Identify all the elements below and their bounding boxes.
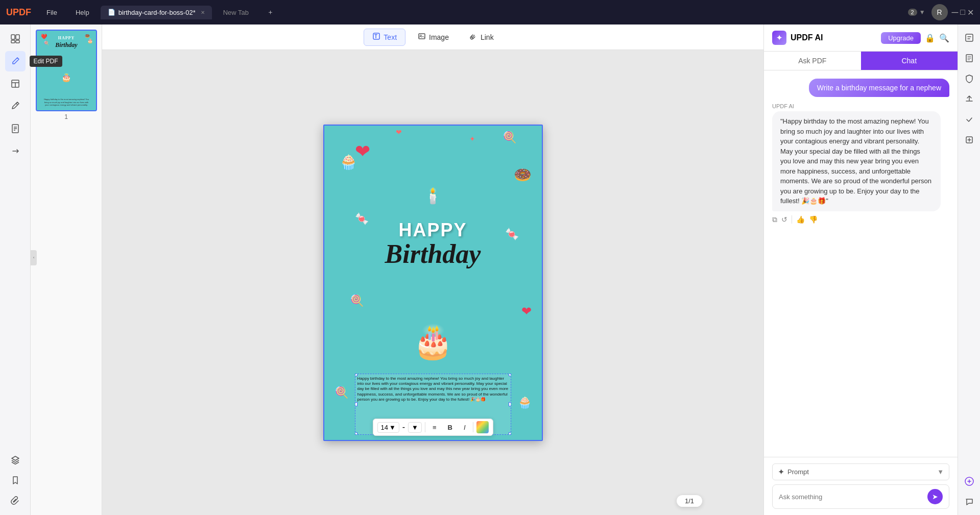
close-btn[interactable]: ✕ — [967, 8, 974, 17]
sidebar-item-edit[interactable]: Edit PDF — [5, 51, 26, 71]
align-btn[interactable]: ≡ — [428, 422, 441, 433]
deco-candle: 🕯️ — [423, 187, 442, 205]
thumbs-down-btn[interactable]: 👎 — [809, 215, 818, 224]
file-menu-btn[interactable]: File — [39, 7, 64, 18]
tab-name: birthday-card-for-boss-02* — [118, 9, 196, 16]
right-edge-secure[interactable] — [960, 69, 978, 88]
chat-area[interactable]: Write a birthday message for a nephew UP… — [764, 70, 958, 457]
font-size-select[interactable]: 14 ▼ — [377, 422, 399, 433]
page-counter: 1/1 — [677, 495, 702, 507]
font-size-dropdown-icon: ▼ — [389, 424, 396, 431]
user-avatar[interactable]: R — [931, 4, 948, 20]
sidebar-item-layout[interactable] — [5, 73, 26, 94]
link-tool-btn[interactable]: Link — [461, 29, 502, 45]
italic-btn[interactable]: I — [460, 422, 470, 433]
thumbnail-panel: ❤️ 🍩 🍭 🎂 HAPPY Birthday 🎂 Happy birthday… — [31, 24, 102, 515]
prompt-label: Prompt — [787, 468, 809, 476]
right-edge-more[interactable] — [960, 131, 978, 149]
sidebar-item-annotate[interactable] — [5, 96, 26, 116]
svg-rect-1 — [16, 35, 19, 39]
thumbnail-page-num: 1 — [36, 113, 97, 120]
help-menu-btn[interactable]: Help — [68, 7, 97, 18]
sidebar-collapse-arrow[interactable]: ‹ — [31, 250, 37, 265]
active-tab[interactable]: 📄 birthday-card-for-boss-02* ✕ — [101, 6, 212, 19]
deco-candy-right: 🍬 — [505, 228, 519, 241]
bold-btn[interactable]: B — [444, 422, 457, 433]
copy-response-btn[interactable]: ⧉ — [772, 215, 777, 224]
sidebar-item-bookmark[interactable] — [5, 470, 26, 491]
sidebar-item-layers[interactable] — [5, 450, 26, 470]
add-tab-btn[interactable]: ＋ — [260, 6, 281, 19]
text-tool-icon: T — [372, 32, 380, 42]
prompt-selector[interactable]: ✦ Prompt ▼ — [772, 463, 949, 480]
ai-send-btn[interactable]: ➤ — [927, 489, 943, 504]
window-controls: 2 ▼ R ─ □ ✕ — [908, 4, 974, 20]
pdf-viewer[interactable]: ❤ 🍭 ❤ ✦ 🧁 🍩 🍬 🍬 🕯️ HAPPY Birthday 🍭 ❤ 🎂 — [102, 50, 763, 515]
svg-text:T: T — [374, 34, 377, 39]
ai-logo: ✦ UPDF AI — [772, 31, 823, 45]
image-tool-label: Image — [429, 33, 449, 41]
thumb-body-text: Happy birthday to the most amazing nephe… — [39, 96, 94, 108]
deco-star: ✦ — [469, 135, 475, 143]
ai-input-area: ✦ Prompt ▼ ➤ — [764, 457, 958, 515]
count-chevron-icon: ▼ — [919, 9, 925, 16]
image-tool-btn[interactable]: Image — [410, 29, 457, 45]
right-edge-ai-ext[interactable] — [960, 472, 978, 491]
birthday-text: Birthday — [385, 241, 481, 267]
resize-handle-tr[interactable] — [509, 374, 511, 376]
search-icon-btn[interactable]: 🔍 — [939, 33, 949, 43]
sidebar-item-convert[interactable] — [5, 141, 26, 161]
tab-doc-icon: 📄 — [108, 9, 115, 16]
resize-handle-mr[interactable] — [509, 402, 511, 406]
minimize-btn[interactable]: ─ — [952, 7, 959, 18]
thumb-birthday-text: Birthday — [55, 41, 77, 49]
resize-handle-ml[interactable] — [355, 402, 357, 406]
svg-rect-16 — [966, 34, 973, 41]
color-picker-btn[interactable] — [476, 421, 489, 433]
font-dash-select[interactable]: ▼ — [408, 422, 422, 433]
sidebar-item-extract[interactable] — [5, 118, 26, 139]
text-tool-btn[interactable]: T Text — [364, 29, 405, 46]
ai-chat-input[interactable] — [779, 493, 923, 501]
sidebar-item-attachment[interactable] — [5, 491, 26, 511]
edit-toolbar: T Text Image Link — [102, 24, 763, 50]
ai-message-container: UPDF AI "Happy birthday to the most amaz… — [772, 103, 949, 224]
pdf-page[interactable]: ❤ 🍭 ❤ ✦ 🧁 🍩 🍬 🍬 🕯️ HAPPY Birthday 🍭 ❤ 🎂 — [323, 125, 543, 441]
right-edge-chat-ext[interactable] — [960, 493, 978, 511]
thumbs-up-btn[interactable]: 👍 — [796, 215, 805, 224]
tab-ask-pdf[interactable]: Ask PDF — [764, 52, 861, 70]
svg-rect-0 — [11, 35, 15, 39]
right-edge-pdf-export[interactable] — [960, 49, 978, 67]
ai-header: ✦ UPDF AI Upgrade 🔒 🔍 — [764, 24, 958, 52]
ai-input-box: ➤ — [772, 484, 949, 509]
ai-title: UPDF AI — [791, 33, 823, 42]
prompt-dropdown-icon: ▼ — [937, 468, 944, 476]
tab-close-btn[interactable]: ✕ — [201, 10, 205, 15]
right-edge-share[interactable] — [960, 90, 978, 108]
deco-cupcake-br: 🧁 — [518, 396, 532, 409]
thumbnail-page-1[interactable]: ❤️ 🍩 🍭 🎂 HAPPY Birthday 🎂 Happy birthday… — [36, 30, 97, 120]
new-tab-btn[interactable]: New Tab — [216, 7, 256, 18]
deco-lollipop-bl: 🍭 — [334, 386, 348, 399]
right-edge-convert[interactable] — [960, 29, 978, 47]
ai-panel: ✦ UPDF AI Upgrade 🔒 🔍 Ask PDF Chat Write… — [763, 24, 958, 515]
user-message-bubble: Write a birthday message for a nephew — [809, 79, 949, 97]
resize-handle-bl[interactable] — [355, 432, 357, 435]
ai-response-bubble: "Happy birthday to the most amazing neph… — [772, 111, 941, 211]
maximize-btn[interactable]: □ — [960, 8, 965, 17]
font-size-dash: - — [402, 423, 405, 432]
link-tool-label: Link — [481, 33, 494, 41]
deco-candy-top-right: 🍭 — [503, 131, 516, 144]
lock-icon-btn[interactable]: 🔒 — [925, 33, 935, 43]
deco-candy-left: 🍬 — [355, 212, 369, 226]
refresh-response-btn[interactable]: ↺ — [781, 215, 787, 224]
right-edge-check[interactable] — [960, 110, 978, 129]
upgrade-btn[interactable]: Upgrade — [881, 32, 921, 44]
tab-chat[interactable]: Chat — [861, 52, 958, 70]
chat-action-bar: ⧉ ↺ 👍 👎 — [772, 215, 949, 224]
sidebar-item-organize[interactable] — [5, 29, 26, 49]
resize-handle-br[interactable] — [509, 432, 511, 435]
resize-handle-tl[interactable] — [355, 374, 357, 376]
link-tool-icon — [469, 32, 477, 42]
deco-lollipop-left: 🍭 — [350, 294, 364, 307]
